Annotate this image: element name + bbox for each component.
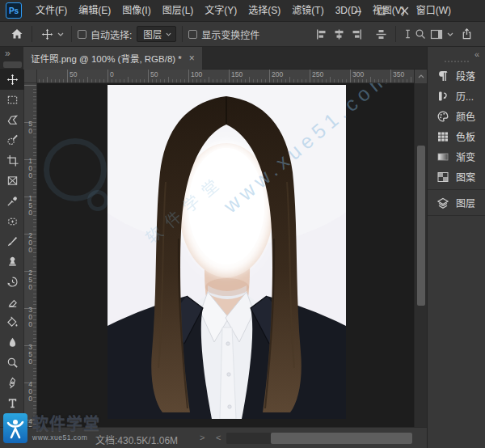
ruler-label: 50 [70,70,77,78]
ruler-label: 350 [393,70,404,78]
panel-divider [428,215,485,216]
menu-select[interactable]: 选择(S) [242,0,286,22]
show-transform-label: 显示变换控件 [201,27,259,41]
measure-icon[interactable] [402,25,413,43]
tool-frame[interactable] [0,171,24,191]
auto-select-checkbox[interactable] [78,30,86,39]
photoshop-logo-icon: Ps [6,2,22,19]
workspace-icon[interactable] [428,25,445,43]
auto-select-value: 图层 [143,27,162,40]
menu-filter[interactable]: 滤镜(T) [286,0,329,22]
auto-select-dropdown[interactable]: 图层 [137,26,176,42]
pattern-icon [436,171,449,184]
photo-canvas[interactable]: www.xue51.com 软件学堂 [108,85,346,419]
ruler-label: 50 [150,70,158,78]
panel-paragraph[interactable]: 段落 [428,66,485,86]
panel-swatches[interactable]: 色板 [428,126,485,146]
menu-image[interactable]: 图像(I) [116,0,156,22]
share-icon[interactable] [458,25,475,43]
ruler-label: 100 [27,157,34,179]
photoshop-window: Ps 文件(F) 编辑(E) 图像(I) 图层(L) 文字(Y) 选择(S) 滤… [0,0,485,448]
scroll-up-icon[interactable] [415,70,427,83]
layers-icon [436,197,449,209]
toolbar-grip[interactable] [3,61,22,68]
horizontal-scrollbar[interactable] [226,433,412,444]
menu-layer[interactable]: 图层(L) [157,0,200,22]
tool-move[interactable] [0,70,24,90]
tab-close-icon[interactable]: × [189,53,195,64]
panel-history[interactable]: 历... [428,86,485,106]
window-controls [346,0,416,22]
horizontal-scroll-thumb[interactable] [271,433,412,444]
tool-history-brush[interactable] [0,272,24,292]
tool-type[interactable] [0,393,24,413]
swatches-icon [436,130,449,143]
ruler-label: 300 [352,70,364,78]
vertical-ruler[interactable]: 50 100 150 200 250 300 350 400 450 [24,83,37,427]
right-panel-dock: « 段落 历... 颜色 色板 渐变 [427,47,485,448]
tool-quick-selection[interactable] [0,130,24,150]
ruler-label: 300 [27,306,34,328]
document-tab[interactable]: 证件照.png @ 100% (背景, RGB/8) * × [23,47,202,70]
vertical-scrollbar[interactable] [414,70,427,427]
tool-lasso[interactable] [0,110,24,130]
tool-clone-stamp[interactable] [0,251,24,272]
minimize-button[interactable] [346,0,369,22]
panel-gradients[interactable]: 渐变 [428,146,485,167]
home-icon[interactable] [8,25,26,43]
id-photo-image [108,85,346,419]
align-center-icon[interactable] [330,25,348,43]
status-arrow-right[interactable]: > [200,433,205,442]
menu-file[interactable]: 文件(F) [30,0,73,22]
separator [32,26,32,42]
tool-blur[interactable] [0,332,24,353]
panel-drag-grip[interactable] [445,61,469,62]
distribute-icon[interactable] [372,25,390,43]
ruler-label: 100 [191,70,202,78]
tool-bar [0,70,24,427]
ruler-corner[interactable] [24,70,37,83]
auto-select-label: 自动选择: [91,27,132,41]
vertical-scroll-thumb[interactable] [417,146,425,306]
align-right-icon[interactable] [348,25,365,43]
status-arrow-left[interactable]: < [216,433,221,442]
site-url: www.xue51.com [32,433,100,442]
ruler-label: 150 [231,70,242,78]
tool-spot-healing[interactable] [0,211,24,231]
close-button[interactable] [393,0,416,22]
paragraph-icon [436,70,449,82]
show-transform-checkbox[interactable] [188,30,197,39]
gradient-icon [436,150,449,163]
search-icon[interactable] [413,25,428,43]
tool-brush[interactable] [0,231,24,251]
collapse-panels-icon[interactable]: « [474,49,479,59]
menu-window[interactable]: 窗口(W) [411,0,457,22]
panel-color[interactable]: 颜色 [428,106,485,126]
document-size-info: 文档:430.5K/1.06M [95,433,178,446]
watermark-ring [87,190,108,211]
tool-paint-bucket[interactable] [0,312,24,332]
ruler-label: 150 [27,194,34,216]
tool-crop[interactable] [0,150,24,171]
align-left-icon[interactable] [312,25,330,43]
menu-type[interactable]: 文字(Y) [199,0,242,22]
tool-eraser[interactable] [0,292,24,312]
chevron-down-icon[interactable] [56,25,65,43]
horizontal-ruler[interactable]: 50 0 50 100 150 200 250 300 350 [37,70,414,83]
color-icon [436,110,449,123]
panel-patterns[interactable]: 图案 [428,167,485,187]
panel-expander-icon[interactable]: » [5,48,10,59]
tool-dodge[interactable] [0,353,24,373]
canvas-viewport[interactable]: www.xue51.com 软件学堂 [37,83,414,427]
ruler-label: 250 [27,268,34,290]
panel-layers[interactable]: 图层 [428,192,485,213]
tool-eyedropper[interactable] [0,191,24,211]
maximize-button[interactable] [369,0,393,22]
site-watermark: 软件学堂 www.xue51.com [3,413,100,443]
move-tool-option-icon[interactable] [38,25,56,43]
tool-rectangular-marquee[interactable] [0,90,24,110]
tool-pen[interactable] [0,373,24,393]
document-tab-title: 证件照.png @ 100% (背景, RGB/8) * [31,52,182,65]
chevron-down-icon[interactable] [445,25,454,43]
menu-edit[interactable]: 编辑(E) [73,0,116,22]
